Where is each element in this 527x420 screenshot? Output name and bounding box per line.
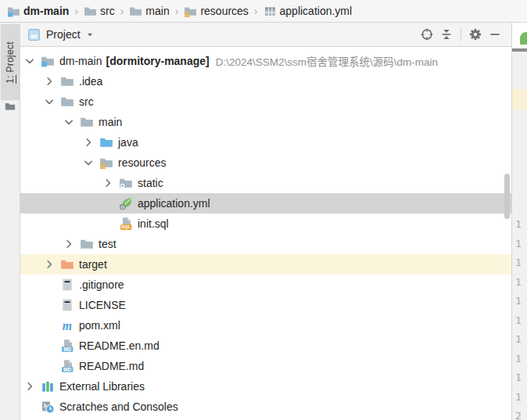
line-number: 1 [515, 387, 526, 407]
tree-item-label: static [134, 177, 163, 189]
folder-icon [78, 115, 95, 129]
chevron-right-icon[interactable] [99, 177, 117, 189]
libraries-icon [39, 379, 56, 393]
markdown-file-icon: MD [59, 339, 76, 353]
tree-item-label: test [95, 238, 117, 250]
chevron-right-icon[interactable] [40, 75, 59, 88]
chevron-down-icon[interactable] [84, 29, 95, 40]
text-file-icon [59, 278, 76, 292]
maven-file-icon: m [59, 318, 76, 332]
breadcrumb-item-application-yml[interactable]: application.yml [264, 5, 353, 18]
tree-item-idea[interactable]: .idea [20, 71, 511, 92]
tree-item-static[interactable]: static [20, 173, 511, 193]
line-number: 1 [515, 253, 526, 273]
panel-title[interactable]: Project [46, 28, 81, 41]
ide-window: { "breadcrumb": { "separator": "›", "ite… [0, 0, 527, 420]
chevron-right-icon[interactable] [40, 258, 59, 271]
static-folder-icon [117, 176, 134, 190]
breadcrumb-label: dm-main [23, 5, 69, 17]
hide-panel-button[interactable] [486, 26, 504, 43]
line-number: 1 [515, 291, 526, 311]
tree-item-src[interactable]: src [20, 92, 511, 112]
breadcrumb-separator: › [170, 5, 185, 17]
chevron-right-icon[interactable] [79, 136, 98, 149]
tree-item-label: README.en.md [76, 339, 160, 352]
breadcrumb-label: main [145, 5, 169, 17]
tree-item-label: External Libraries [56, 380, 145, 393]
tree-item-target[interactable]: target [20, 254, 511, 275]
project-tree: dm-main[dormitory-manage]D:\2024\SSM2\ss… [20, 47, 511, 420]
tree-item-label: src [76, 95, 94, 108]
svg-text:MD: MD [63, 367, 71, 372]
markdown-file-icon: MD [59, 359, 76, 373]
breadcrumb-item-dm-main[interactable]: dm-main [7, 5, 69, 18]
spring-boot-file-icon [117, 196, 134, 210]
breadcrumb-item-main[interactable]: main [129, 5, 169, 18]
chevron-right-icon[interactable] [59, 238, 78, 250]
tree-item-label: resources [115, 156, 166, 169]
project-view-icon [27, 28, 41, 41]
source-folder-icon [98, 135, 115, 149]
project-tool-button[interactable]: 1: Project [1, 24, 20, 100]
project-root-folder-icon [39, 54, 56, 68]
project-panel-header: Project [20, 23, 511, 47]
collapse-all-button[interactable] [438, 26, 455, 43]
line-number: 1 [515, 214, 526, 235]
tree-item-gitignore[interactable]: .gitignore [20, 275, 511, 295]
tool-window-stripe: 1: Project [0, 23, 20, 420]
project-path: D:\2024\SSM2\ssm宿舍管理系统\源码\dm-main [210, 53, 438, 69]
tree-item-dm-main[interactable]: dm-main[dormitory-manage]D:\2024\SSM2\ss… [20, 51, 511, 71]
chevron-down-icon[interactable] [20, 55, 39, 67]
line-number: 1 [515, 311, 526, 331]
settings-gear-button[interactable] [467, 26, 484, 43]
tree-item-license[interactable]: LICENSE [20, 295, 511, 315]
breadcrumb-label: resources [200, 5, 248, 17]
project-root-folder-icon [7, 5, 20, 18]
tree-item-readme-md[interactable]: MDREADME.md [20, 356, 511, 376]
tree-item-label: pom.xml [76, 319, 120, 332]
chevron-down-icon[interactable] [59, 116, 78, 128]
line-number: 1 [515, 329, 526, 350]
text-file-icon [59, 298, 76, 312]
resources-folder-icon [184, 5, 197, 18]
tree-item-scratches-and-consoles[interactable]: Scratches and Consoles [20, 397, 511, 417]
scratches-icon [39, 400, 56, 414]
editor-area: 11111111112 [512, 23, 527, 420]
tree-item-label: LICENSE [76, 299, 126, 311]
header-separator [461, 27, 461, 41]
folder-icon [59, 95, 76, 109]
tree-item-test[interactable]: test [20, 234, 511, 254]
chevron-down-icon[interactable] [40, 95, 59, 108]
tree-item-label: application.yml [134, 197, 210, 210]
breadcrumb: dm-main›src›main› resources› application… [0, 0, 527, 23]
line-number: 1 [515, 272, 526, 293]
tree-item-java[interactable]: java [20, 132, 511, 153]
line-number: 1 [515, 234, 526, 254]
editor-tab[interactable] [512, 23, 527, 48]
tree-item-readme-en-md[interactable]: MDREADME.en.md [20, 336, 511, 356]
project-folder-icon[interactable] [5, 101, 16, 112]
chevron-down-icon[interactable] [79, 156, 98, 169]
breadcrumb-label: src [100, 5, 115, 17]
table-icon [264, 5, 277, 18]
svg-text:SQL: SQL [121, 224, 131, 229]
folder-icon [129, 5, 142, 18]
breadcrumb-item-resources[interactable]: resources [184, 5, 248, 18]
tree-item-application-yml[interactable]: application.yml [20, 193, 511, 214]
tree-item-external-libraries[interactable]: External Libraries [20, 376, 511, 397]
tree-scrollbar-thumb[interactable] [504, 174, 510, 219]
line-number: 1 [515, 368, 526, 388]
tree-item-main[interactable]: main [20, 112, 511, 132]
tree-item-label: .idea [76, 75, 102, 88]
chevron-right-icon[interactable] [20, 380, 39, 393]
tree-item-resources[interactable]: resources [20, 153, 511, 173]
line-number: 2 [515, 406, 526, 420]
breadcrumb-separator: › [249, 5, 264, 17]
sql-file-icon: SQL [117, 217, 134, 231]
active-tab-underline [512, 48, 527, 52]
locate-file-button[interactable] [418, 26, 436, 43]
breadcrumb-item-src[interactable]: src [84, 5, 115, 18]
tree-item-pom-xml[interactable]: mpom.xml [20, 315, 511, 336]
folder-icon [84, 5, 97, 18]
tree-item-init-sql[interactable]: SQLinit.sql [20, 214, 511, 234]
